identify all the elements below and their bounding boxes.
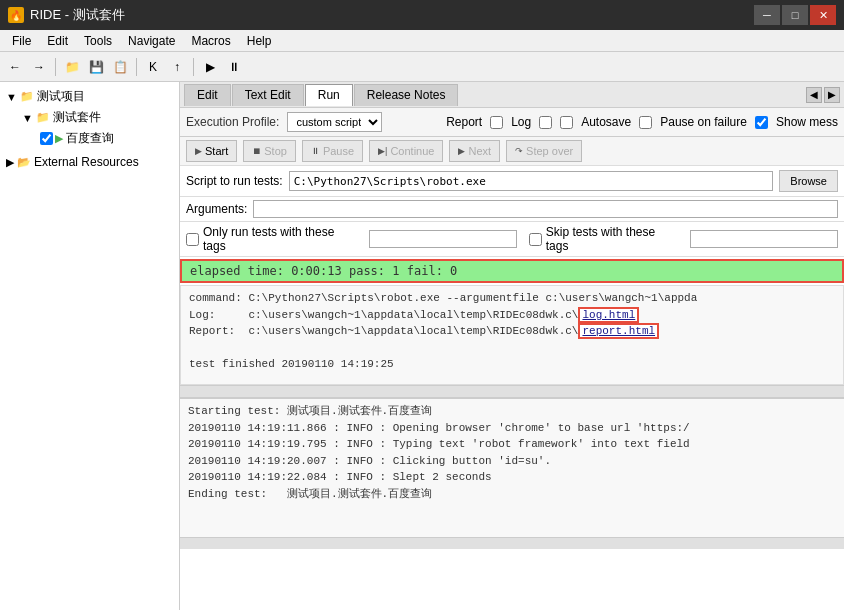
app-icon: 🔥	[8, 7, 24, 23]
output-scrollbar-h[interactable]	[180, 385, 844, 397]
step-over-button[interactable]: ↷ Step over	[506, 140, 582, 162]
tab-release-notes[interactable]: Release Notes	[354, 84, 459, 106]
run-small-button[interactable]: ▶	[199, 56, 221, 78]
tabs-left: Edit Text Edit Run Release Notes	[184, 84, 458, 106]
log-checkbox[interactable]	[539, 116, 552, 129]
bottom-line-5: 20190110 14:19:22.084 : INFO : Slept 2 s…	[188, 469, 836, 486]
external-label: External Resources	[34, 155, 139, 169]
k-button[interactable]: K	[142, 56, 164, 78]
elapsed-text: elapsed time: 0:00:13 pass: 1 fail: 0	[190, 264, 457, 278]
args-input[interactable]	[253, 200, 838, 218]
log-label: Log	[511, 115, 531, 129]
suite-folder-icon: 📁	[36, 111, 50, 124]
toolbar-separator-1	[55, 58, 56, 76]
pause-button[interactable]: ⏸ Pause	[302, 140, 363, 162]
run-panel: Execution Profile: custom script Report …	[180, 108, 844, 610]
suite-label: 测试套件	[53, 109, 101, 126]
skip-tests-checkbox[interactable]	[529, 233, 542, 246]
report-checkbox[interactable]	[490, 116, 503, 129]
maximize-button[interactable]: □	[782, 5, 808, 25]
menu-macros[interactable]: Macros	[183, 32, 238, 50]
start-icon: ▶	[195, 146, 202, 156]
test-checkbox[interactable]	[40, 132, 53, 145]
autosave-checkbox[interactable]	[560, 116, 573, 129]
titlebar-left: 🔥 RIDE - 测试套件	[8, 6, 125, 24]
project-label: 测试项目	[37, 88, 85, 105]
close-button[interactable]: ✕	[810, 5, 836, 25]
skip-tests-label: Skip tests with these tags	[546, 225, 678, 253]
output-area[interactable]: command: C:\Python27\Scripts\robot.exe -…	[180, 285, 844, 385]
external-icon: 📂	[17, 156, 31, 169]
bottom-scrollbar-h[interactable]	[180, 537, 844, 549]
menu-tools[interactable]: Tools	[76, 32, 120, 50]
script-input[interactable]	[289, 171, 774, 191]
open-button[interactable]: 📁	[61, 56, 83, 78]
external-expand-icon: ▶	[6, 156, 14, 169]
toolbar-separator-3	[193, 58, 194, 76]
bottom-line-4: 20190110 14:19:20.007 : INFO : Clicking …	[188, 453, 836, 470]
start-button[interactable]: ▶ Start	[186, 140, 237, 162]
test-run-icon: ▶	[55, 132, 63, 145]
menu-file[interactable]: File	[4, 32, 39, 50]
tabs-right: ◀ ▶	[806, 87, 840, 103]
pause-label: Pause	[323, 145, 354, 157]
browse-button[interactable]: Browse	[779, 170, 838, 192]
continue-icon: ▶|	[378, 146, 387, 156]
log-link[interactable]: log.html	[578, 307, 639, 323]
project-children: ▼ 📁 测试套件 ▶ 百度查询	[4, 107, 175, 149]
pause-on-failure-label: Pause on failure	[660, 115, 747, 129]
content-area: Edit Text Edit Run Release Notes ◀ ▶ Exe…	[180, 82, 844, 610]
tree-item-test[interactable]: ▶ 百度查询	[36, 128, 175, 149]
output-line-1: command: C:\Python27\Scripts\robot.exe -…	[189, 290, 835, 307]
show-mess-label: Show mess	[776, 115, 838, 129]
suite-expand-icon: ▼	[22, 112, 33, 124]
menu-navigate[interactable]: Navigate	[120, 32, 183, 50]
tab-text-edit[interactable]: Text Edit	[232, 84, 304, 106]
bottom-line-6: Ending test: 测试项目.测试套件.百度查询	[188, 486, 836, 503]
tree-item-external[interactable]: ▶ 📂 External Resources	[4, 153, 175, 171]
folder-icon: 📁	[20, 90, 34, 103]
bottom-line-1: Starting test: 测试项目.测试套件.百度查询	[188, 403, 836, 420]
stop-button[interactable]: ⏹ Stop	[243, 140, 296, 162]
pause-on-failure-checkbox[interactable]	[639, 116, 652, 129]
only-run-group: Only run tests with these tags	[186, 225, 357, 253]
exec-profile-label: Execution Profile:	[186, 115, 279, 129]
tab-edit[interactable]: Edit	[184, 84, 231, 106]
only-run-input[interactable]	[369, 230, 517, 248]
tree-item-suite[interactable]: ▼ 📁 测试套件	[20, 107, 175, 128]
output-line-4	[189, 340, 835, 357]
pause-small-button[interactable]: ⏸	[223, 56, 245, 78]
exec-profile-select[interactable]: custom script	[287, 112, 382, 132]
step-over-icon: ↷	[515, 146, 523, 156]
menubar: File Edit Tools Navigate Macros Help	[0, 30, 844, 52]
report-label: Report	[446, 115, 482, 129]
show-mess-checkbox[interactable]	[755, 116, 768, 129]
save-button[interactable]: 💾	[85, 56, 107, 78]
tab-run[interactable]: Run	[305, 84, 353, 106]
tree-item-project[interactable]: ▼ 📁 测试项目	[4, 86, 175, 107]
args-label: Arguments:	[186, 202, 247, 216]
menu-help[interactable]: Help	[239, 32, 280, 50]
expand-icon: ▼	[6, 91, 17, 103]
back-button[interactable]: ←	[4, 56, 26, 78]
tab-next-button[interactable]: ▶	[824, 87, 840, 103]
tab-prev-button[interactable]: ◀	[806, 87, 822, 103]
continue-button[interactable]: ▶| Continue	[369, 140, 443, 162]
script-label: Script to run tests:	[186, 174, 283, 188]
skip-tests-input[interactable]	[690, 230, 838, 248]
forward-button[interactable]: →	[28, 56, 50, 78]
menu-edit[interactable]: Edit	[39, 32, 76, 50]
stop-label: Stop	[264, 145, 287, 157]
pause-icon: ⏸	[311, 146, 320, 156]
next-button[interactable]: ▶ Next	[449, 140, 500, 162]
only-run-checkbox[interactable]	[186, 233, 199, 246]
bottom-output[interactable]: Starting test: 测试项目.测试套件.百度查询 20190110 1…	[180, 397, 844, 537]
args-row: Arguments:	[180, 197, 844, 222]
report-link[interactable]: report.html	[578, 323, 659, 339]
step-over-label: Step over	[526, 145, 573, 157]
up-button[interactable]: ↑	[166, 56, 188, 78]
output-line-5: test finished 20190110 14:19:25	[189, 356, 835, 373]
minimize-button[interactable]: ─	[754, 5, 780, 25]
copy-button[interactable]: 📋	[109, 56, 131, 78]
action-row: ▶ Start ⏹ Stop ⏸ Pause ▶| Continue ▶ N	[180, 137, 844, 166]
